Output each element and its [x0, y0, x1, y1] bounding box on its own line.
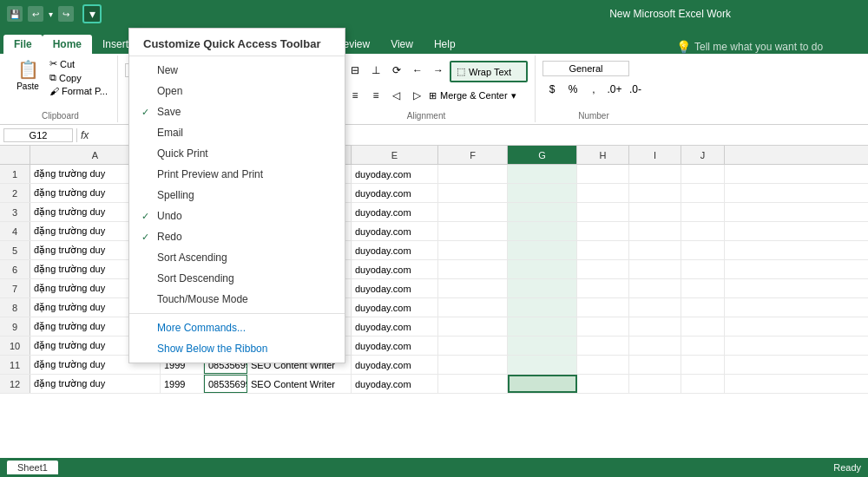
merge-center-area[interactable]: ⊞ Merge & Center ▾	[429, 86, 516, 105]
cell-e2[interactable]: duyoday.com	[352, 184, 438, 202]
col-header-e[interactable]: E	[352, 146, 438, 164]
cell-g1[interactable]	[508, 165, 577, 183]
sheet-tab[interactable]: Sheet1	[7, 461, 58, 474]
tell-me-bar[interactable]: 💡	[676, 40, 868, 54]
cell-j1[interactable]	[681, 165, 725, 183]
dropdown-item-new[interactable]: New	[129, 60, 345, 81]
accounting-btn[interactable]: $	[542, 80, 562, 99]
cell-j2[interactable]	[681, 184, 725, 202]
dropdown-item-email[interactable]: Email	[129, 122, 345, 143]
cut-button[interactable]: ✂ Cut	[47, 57, 110, 70]
cell-f10[interactable]	[438, 337, 508, 355]
cell-j10[interactable]	[681, 337, 725, 355]
undo-dropdown-btn[interactable]: ▾	[49, 10, 53, 19]
cell-i11[interactable]	[629, 356, 681, 374]
cell-g5[interactable]	[508, 241, 577, 259]
cell-i3[interactable]	[629, 203, 681, 221]
cell-e3[interactable]: duyoday.com	[352, 203, 438, 221]
cell-e12[interactable]: duyoday.com	[352, 375, 438, 393]
dropdown-item-open[interactable]: Open	[129, 81, 345, 101]
align-bottom-btn[interactable]: ⊥	[366, 61, 385, 80]
dropdown-item-print-preview-and-print[interactable]: Print Preview and Print	[129, 164, 345, 185]
cell-e6[interactable]: duyoday.com	[352, 260, 438, 278]
customize-toolbar-btn[interactable]: ▾	[82, 4, 102, 23]
cell-h12[interactable]	[577, 375, 629, 393]
col-header-f[interactable]: F	[438, 146, 508, 164]
cell-j3[interactable]	[681, 203, 725, 221]
cell-j7[interactable]	[681, 279, 725, 297]
cell-e8[interactable]: duyoday.com	[352, 298, 438, 317]
align-center-btn[interactable]: ≡	[345, 86, 365, 105]
cell-g12[interactable]	[508, 375, 577, 393]
cell-f1[interactable]	[438, 165, 508, 183]
format-painter-button[interactable]: 🖌 Format P...	[47, 85, 110, 97]
cell-g11[interactable]	[508, 356, 577, 374]
cell-d12[interactable]: SEO Content Writer	[247, 375, 352, 393]
increase-indent-btn[interactable]: ▷	[408, 86, 427, 105]
col-header-j[interactable]: J	[681, 146, 725, 164]
paste-button[interactable]: 📋 Paste	[10, 57, 45, 93]
cell-h1[interactable]	[577, 165, 629, 183]
cell-j11[interactable]	[681, 356, 725, 374]
decrease-indent-btn[interactable]: ◁	[387, 86, 406, 105]
cell-f9[interactable]	[438, 317, 508, 336]
cell-g10[interactable]	[508, 337, 577, 355]
cell-g4[interactable]	[508, 222, 577, 240]
text-direction-btn[interactable]: ⟳	[387, 61, 406, 80]
cell-h8[interactable]	[577, 298, 629, 317]
dropdown-item-spelling[interactable]: Spelling	[129, 185, 345, 206]
cell-i6[interactable]	[629, 260, 681, 278]
cell-j12[interactable]	[681, 375, 725, 393]
cell-j9[interactable]	[681, 317, 725, 336]
align-right-btn[interactable]: ≡	[366, 86, 385, 105]
cell-j4[interactable]	[681, 222, 725, 240]
cell-f11[interactable]	[438, 356, 508, 374]
cell-h10[interactable]	[577, 337, 629, 355]
cell-g8[interactable]	[508, 298, 577, 317]
tell-me-input[interactable]	[694, 41, 868, 53]
dropdown-item-sort-ascending[interactable]: Sort Ascending	[129, 247, 345, 268]
cell-i1[interactable]	[629, 165, 681, 183]
cell-i5[interactable]	[629, 241, 681, 259]
cell-f8[interactable]	[438, 298, 508, 317]
cell-i4[interactable]	[629, 222, 681, 240]
cell-j6[interactable]	[681, 260, 725, 278]
cell-a12[interactable]: đặng trường duy	[30, 375, 161, 393]
cell-h3[interactable]	[577, 203, 629, 221]
dropdown-item-redo[interactable]: Redo	[129, 226, 345, 247]
cell-g2[interactable]	[508, 184, 577, 202]
cell-j5[interactable]	[681, 241, 725, 259]
cell-i12[interactable]	[629, 375, 681, 393]
save-title-btn[interactable]: 💾	[7, 6, 23, 22]
dropdown-item-sort-descending[interactable]: Sort Descending	[129, 268, 345, 289]
cell-h6[interactable]	[577, 260, 629, 278]
align-middle-btn[interactable]: ⊟	[345, 61, 365, 80]
cell-e10[interactable]: duyoday.com	[352, 337, 438, 355]
cell-g3[interactable]	[508, 203, 577, 221]
cell-e1[interactable]: duyoday.com	[352, 165, 438, 183]
col-header-g[interactable]: G	[508, 146, 577, 164]
cell-b12[interactable]: 1999	[161, 375, 204, 393]
cell-g9[interactable]	[508, 317, 577, 336]
dropdown-item-show-below-the-ribbon[interactable]: Show Below the Ribbon	[129, 338, 345, 359]
comma-btn[interactable]: ,	[584, 80, 603, 99]
name-box[interactable]: G12	[3, 128, 73, 142]
decimal-increase-btn[interactable]: .0+	[605, 80, 624, 99]
cell-e11[interactable]: duyoday.com	[352, 356, 438, 374]
number-format-input[interactable]	[542, 61, 629, 76]
tab-view[interactable]: View	[380, 35, 424, 54]
cell-h9[interactable]	[577, 317, 629, 336]
cell-h5[interactable]	[577, 241, 629, 259]
cell-i7[interactable]	[629, 279, 681, 297]
cell-i9[interactable]	[629, 317, 681, 336]
cell-e7[interactable]: duyoday.com	[352, 279, 438, 297]
cell-h7[interactable]	[577, 279, 629, 297]
cell-f6[interactable]	[438, 260, 508, 278]
cell-g6[interactable]	[508, 260, 577, 278]
cell-f3[interactable]	[438, 203, 508, 221]
tab-file[interactable]: File	[3, 35, 43, 54]
dropdown-item-save[interactable]: Save	[129, 101, 345, 122]
cell-g7[interactable]	[508, 279, 577, 297]
indent-decrease-btn[interactable]: ←	[408, 61, 427, 80]
cell-i2[interactable]	[629, 184, 681, 202]
